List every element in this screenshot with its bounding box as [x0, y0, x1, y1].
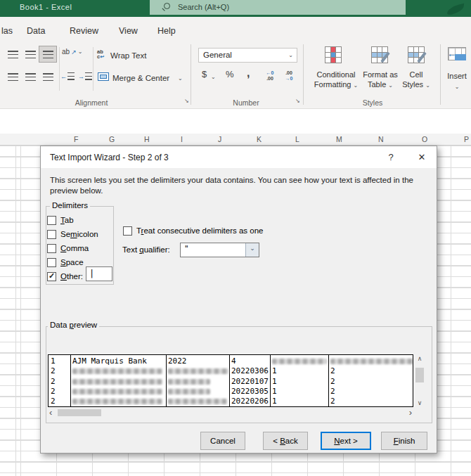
column-break-line[interactable] [166, 355, 167, 406]
vertical-scroll-thumb[interactable] [415, 368, 424, 382]
orientation-button[interactable]: ab [62, 48, 82, 56]
ribbon-tab-row: lasDataReviewViewHelp [0, 17, 471, 40]
ribbon-tab-data[interactable]: Data [27, 26, 45, 36]
scroll-left-icon[interactable] [49, 407, 52, 418]
align-right-button[interactable] [39, 69, 56, 84]
chevron-down-icon [455, 84, 460, 90]
search-box[interactable]: Search (Alt+Q) [150, 0, 406, 15]
align-left-button[interactable] [4, 69, 21, 84]
increase-indent-button[interactable] [78, 72, 92, 80]
increase-indent-icon [78, 73, 84, 80]
column-header-L[interactable]: L [295, 135, 299, 143]
ribbon-tab-help[interactable]: Help [157, 26, 176, 36]
align-center-button[interactable] [22, 69, 39, 84]
column-header-N[interactable]: N [378, 135, 384, 143]
preview-cell: AJM Marquis Bank [72, 356, 147, 366]
dropdown-button[interactable] [245, 243, 259, 257]
ribbon-tab-review[interactable]: Review [70, 26, 98, 36]
text-import-wizard-dialog: Text Import Wizard - Step 2 of 3 ? This … [40, 146, 437, 454]
conditional-formatting-button[interactable]: ConditionalFormatting [309, 70, 363, 90]
preview-cell: 1 [272, 387, 277, 396]
horizontal-scroll-thumb[interactable] [58, 409, 101, 416]
column-header-J[interactable]: J [218, 135, 221, 143]
decrease-indent-button[interactable] [60, 72, 75, 80]
data-preview-label: Data preview [48, 321, 99, 329]
document-title: Book1 - Excel [20, 3, 72, 11]
column-header-G[interactable]: G [109, 135, 115, 143]
preview-cell: 4 [231, 356, 236, 366]
merge-center-button[interactable]: Merge & Center [112, 74, 169, 82]
ribbon-tab-view[interactable]: View [119, 26, 138, 36]
chevron-down-icon[interactable] [211, 74, 216, 80]
title-bar: Book1 - Excel Search (Alt+Q) [0, 0, 471, 17]
bottom-align-button[interactable] [39, 46, 56, 62]
other-checkbox[interactable] [47, 272, 56, 281]
preview-cell: 1 [272, 377, 277, 386]
column-header-I[interactable]: I [181, 135, 183, 143]
cancel-button[interactable]: Cancel [200, 432, 245, 450]
preview-vertical-scrollbar[interactable] [414, 354, 425, 407]
formula-bar[interactable] [0, 109, 471, 134]
delimiter-row-comma: Comma [47, 241, 98, 255]
preview-cell-redacted [168, 389, 210, 394]
middle-align-button[interactable] [22, 46, 39, 62]
percent-button[interactable]: % [226, 69, 234, 79]
dialog-title-bar: Text Import Wizard - Step 2 of 3 ? [41, 146, 437, 168]
format-as-table-icon [371, 46, 388, 63]
comma-style-button[interactable]: , [247, 67, 250, 79]
wrap-text-button[interactable]: Wrap Text [110, 51, 146, 60]
preview-cell: 2 [330, 397, 335, 406]
scroll-right-icon[interactable] [409, 407, 412, 418]
chevron-down-icon [78, 49, 83, 55]
format-as-table-button[interactable]: Format asTable [360, 70, 401, 90]
space-label: Space [60, 258, 84, 266]
next-button[interactable]: Next > [321, 432, 371, 450]
column-break-line[interactable] [270, 355, 271, 406]
column-break-line[interactable] [328, 355, 329, 406]
preview-horizontal-scrollbar[interactable] [48, 408, 413, 418]
increase-decimal-button[interactable]: ←0.00 [262, 70, 278, 81]
decrease-decimal-button[interactable]: .00→0 [280, 70, 297, 81]
column-header-K[interactable]: K [257, 135, 262, 143]
text-qualifier-select[interactable]: " [180, 243, 259, 257]
top-align-button[interactable] [4, 46, 21, 62]
column-header-H[interactable]: H [144, 135, 150, 143]
styles-group-label: Styles [309, 98, 436, 107]
help-button[interactable]: ? [382, 150, 399, 165]
column-header-O[interactable]: O [422, 135, 427, 143]
preview-cell: 2022 [168, 356, 187, 366]
middle-align-icon [25, 51, 36, 58]
preview-cell: 1 [272, 366, 277, 375]
other-delimiter-input[interactable]: | [86, 266, 112, 281]
tab-checkbox[interactable] [47, 216, 56, 225]
finish-button[interactable]: Finish [381, 432, 427, 450]
number-format-select[interactable]: General [198, 48, 297, 63]
back-button[interactable]: < Back [263, 432, 308, 450]
column-header-P[interactable]: P [464, 135, 469, 143]
column-header-row: FGHIJKLMNOP [0, 134, 471, 146]
preview-cell: 20220206 [231, 397, 269, 406]
number-dialog-launcher[interactable] [295, 98, 302, 105]
dialog-title: Text Import Wizard - Step 2 of 3 [50, 153, 169, 162]
column-break-line[interactable] [70, 355, 71, 406]
cell-styles-icon [408, 46, 425, 63]
comma-checkbox[interactable] [47, 244, 56, 253]
currency-button[interactable]: $ [202, 69, 207, 79]
scroll-up-icon[interactable] [414, 355, 425, 362]
close-icon[interactable] [412, 150, 432, 165]
chevron-down-icon [353, 82, 358, 89]
chevron-down-icon[interactable] [178, 75, 183, 82]
delimiters-group-label: Delimiters [50, 201, 90, 210]
treat-consecutive-checkbox[interactable] [123, 226, 132, 236]
insert-button[interactable]: Insert [444, 72, 470, 91]
semicolon-label: Semicolon [60, 230, 98, 238]
space-checkbox[interactable] [47, 258, 56, 267]
cell-styles-button[interactable]: CellStyles [399, 70, 433, 90]
chevron-down-icon [288, 52, 293, 58]
column-header-M[interactable]: M [336, 135, 342, 143]
column-header-F[interactable]: F [74, 135, 78, 143]
semicolon-checkbox[interactable] [47, 230, 56, 239]
column-break-line[interactable] [229, 355, 230, 406]
scroll-down-icon[interactable] [414, 399, 425, 406]
ribbon-tab-las[interactable]: las [1, 26, 13, 36]
